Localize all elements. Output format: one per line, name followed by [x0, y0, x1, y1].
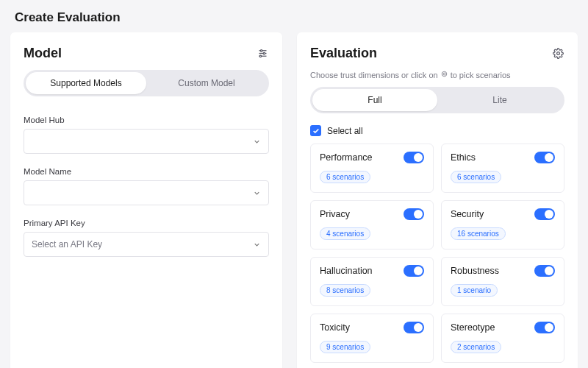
sliders-icon[interactable] [256, 47, 269, 60]
dimension-title: Stereotype [451, 322, 495, 333]
dimension-toggle[interactable] [404, 265, 424, 277]
dimension-title: Ethics [451, 152, 476, 163]
dimensions-grid: Performance 6 scenarios Ethics 6 scenari… [310, 144, 564, 363]
model-hub-select[interactable] [24, 129, 269, 154]
svg-point-6 [556, 52, 559, 55]
dimension-card-stereotype[interactable]: Stereotype 2 scenarios [441, 314, 564, 363]
svg-point-5 [259, 55, 262, 57]
dimension-toggle[interactable] [534, 208, 555, 220]
dimension-toggle[interactable] [404, 322, 424, 333]
chevron-down-icon [253, 241, 261, 249]
page-title: Create Evaluation [0, 0, 588, 32]
field-label: Primary API Key [24, 219, 269, 227]
scenarios-pill: 6 scenarios [451, 171, 501, 183]
model-card: Model Supported Models Custom Model Mode… [10, 32, 282, 368]
scenarios-pill: 2 scenarios [451, 341, 501, 353]
eval-mode-tabs: Full Lite [310, 87, 564, 113]
model-mode-tabs: Supported Models Custom Model [24, 70, 269, 96]
dimension-card-privacy[interactable]: Privacy 4 scenarios [310, 200, 434, 250]
tab-supported-models[interactable]: Supported Models [26, 72, 146, 94]
select-all-row[interactable]: Select all [310, 125, 564, 136]
dimension-toggle[interactable] [534, 265, 555, 277]
evaluation-subtitle-pre: Choose trust dimensions or click on [310, 71, 438, 79]
select-all-label: Select all [327, 126, 363, 136]
dimension-toggle[interactable] [404, 152, 424, 163]
field-label: Model Name [24, 167, 269, 176]
dimension-card-performance[interactable]: Performance 6 scenarios [310, 144, 434, 193]
dimension-card-ethics[interactable]: Ethics 6 scenarios [441, 144, 564, 193]
evaluation-card: Evaluation Choose trust dimensions or cl… [297, 32, 578, 368]
dimension-title: Hallucination [320, 266, 373, 276]
scenarios-pill: 9 scenarios [320, 341, 370, 353]
evaluation-subtitle: Choose trust dimensions or click on to p… [310, 70, 564, 79]
dimension-card-robustness[interactable]: Robustness 1 scenario [441, 257, 564, 306]
dimension-title: Security [451, 209, 484, 219]
scenarios-pill: 16 scenarios [451, 227, 506, 240]
field-api-key: Primary API Key Select an API Key [24, 219, 269, 257]
model-name-select[interactable] [24, 180, 269, 205]
evaluation-card-title: Evaluation [310, 46, 377, 61]
field-label: Model Hub [24, 116, 269, 124]
dimension-title: Performance [320, 152, 373, 163]
scenarios-pill: 6 scenarios [320, 171, 370, 183]
tab-full[interactable]: Full [312, 89, 437, 111]
dimension-card-hallucination[interactable]: Hallucination 8 scenarios [310, 257, 434, 306]
tab-lite[interactable]: Lite [437, 89, 562, 111]
svg-point-3 [260, 50, 262, 52]
dimension-card-toxicity[interactable]: Toxicity 9 scenarios [310, 314, 434, 363]
select-placeholder: Select an API Key [32, 239, 102, 250]
scenarios-pill: 4 scenarios [320, 227, 370, 240]
select-all-checkbox[interactable] [310, 125, 321, 136]
scenarios-pill: 1 scenario [451, 284, 498, 297]
api-key-select[interactable]: Select an API Key [24, 232, 269, 257]
evaluation-subtitle-post: to pick scenarios [451, 71, 511, 79]
dimension-card-security[interactable]: Security 16 scenarios [441, 200, 564, 250]
svg-point-7 [443, 73, 445, 75]
main-canvas: Model Supported Models Custom Model Mode… [0, 32, 588, 368]
dimension-toggle[interactable] [534, 322, 555, 333]
field-model-hub: Model Hub [24, 116, 269, 154]
field-model-name: Model Name [24, 167, 269, 205]
dimension-toggle[interactable] [534, 152, 555, 163]
chevron-down-icon [253, 138, 261, 146]
gear-icon [440, 70, 448, 79]
svg-point-4 [263, 52, 265, 54]
tab-custom-model[interactable]: Custom Model [146, 72, 267, 94]
dimension-title: Toxicity [320, 322, 350, 333]
gear-icon[interactable] [551, 47, 564, 60]
dimension-toggle[interactable] [404, 208, 424, 220]
dimension-title: Privacy [320, 209, 350, 219]
model-card-title: Model [24, 46, 62, 61]
dimension-title: Robustness [451, 266, 499, 276]
chevron-down-icon [253, 189, 261, 197]
scenarios-pill: 8 scenarios [320, 284, 370, 297]
